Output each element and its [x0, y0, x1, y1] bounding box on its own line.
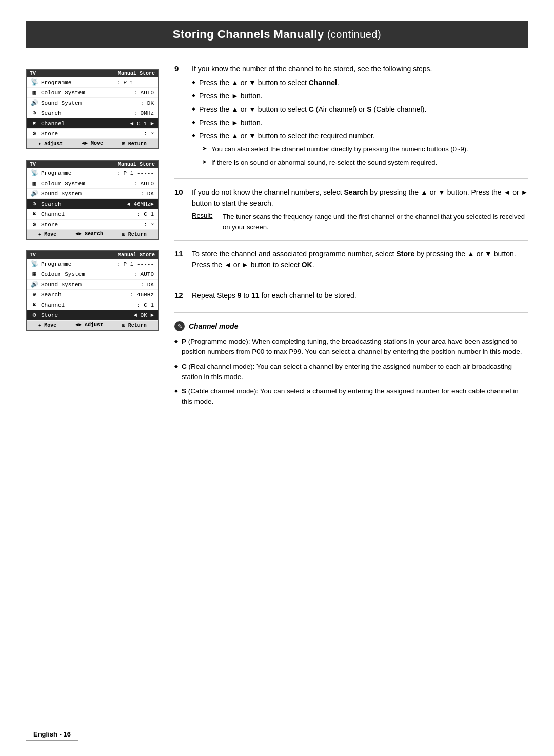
tip-block-2: If there is on sound or abnormal sound, … [192, 157, 528, 168]
channel-icon: ✖ [29, 210, 40, 218]
list-item: Press the ► button. [192, 91, 528, 102]
note-icon: ✎ [174, 321, 185, 331]
result-label: Result: [192, 212, 217, 232]
step-10: 10 If you do not know the channel number… [174, 187, 528, 241]
tv-menu-1-footer: ✦ Adjust ◄► Move ⊞ Return [27, 139, 158, 148]
tv-menu-row: ⚙ Store : ? [27, 129, 158, 139]
tv-menu-3-footer: ✦ Move ◄► Adjust ⊞ Return [27, 321, 158, 330]
tv-menu-2-header: TV Manual Store [27, 161, 158, 168]
step-number: 9 [174, 64, 187, 170]
tv-menu-row-highlighted: ✖ Channel ◄ C 1 ► [27, 118, 158, 129]
step-number: 11 [174, 249, 187, 273]
tv-menu-row: ✖ Channel : C 1 [27, 300, 158, 310]
channel-mode-title-text: Channel mode [189, 322, 238, 330]
page-footer: English - 16 [26, 728, 78, 741]
tv-menu-row-highlighted: ⚙ Store ◄ OK ► [27, 310, 158, 321]
tv-menu-1-body: 📡 Programme : P 1 ----- ▦ Colour System … [27, 77, 158, 139]
tv-menu-row: ⊕ Search : 46MHz [27, 290, 158, 300]
step-content: Repeat Steps 9 to 11 for each channel to… [192, 290, 528, 304]
step-9: 9 If you know the number of the channel … [174, 64, 528, 179]
result-text: The tuner scans the frequency range unti… [223, 212, 528, 232]
tv-menu-column: TV Manual Store 📡 Programme : P 1 ----- … [26, 64, 159, 331]
title-text: Storing Channels Manually [173, 28, 324, 41]
colour-icon: ▦ [29, 89, 40, 96]
tv-menu-row: ✖ Channel : C 1 [27, 209, 158, 220]
list-item: S (Cable channel mode): You can select a… [174, 386, 528, 407]
step-intro: To store the channel and associated prog… [192, 249, 528, 270]
tv-menu-row: 🔊 Sound System : DK [27, 280, 158, 290]
title-suffix: (continued) [324, 29, 382, 40]
search-icon: ⊕ [29, 109, 40, 117]
step-number: 10 [174, 187, 187, 232]
colour-icon: ▦ [29, 180, 40, 187]
sound-icon: 🔊 [29, 99, 40, 107]
tv-menu-row-highlighted: ⊕ Search ◄ 46MHz► [27, 199, 158, 209]
step-content: If you do not know the channel numbers, … [192, 187, 528, 232]
sound-icon: 🔊 [29, 190, 40, 197]
search-icon: ⊕ [29, 200, 40, 208]
colour-icon: ▦ [29, 270, 40, 278]
step-content: To store the channel and associated prog… [192, 249, 528, 273]
tv-menu-1-header: TV Manual Store [27, 70, 158, 77]
step-number: 12 [174, 290, 187, 304]
tv-menu-row: ▦ Colour System : AUTO [27, 88, 158, 98]
tv-menu-row: ⚙ Store : ? [27, 220, 158, 230]
tv-menu-2-footer: ✦ Move ◄► Search ⊞ Return [27, 230, 158, 239]
list-item: Press the ▲ or ▼ button to select Channe… [192, 77, 528, 88]
main-content: TV Manual Store 📡 Programme : P 1 ----- … [26, 64, 528, 415]
sound-icon: 🔊 [29, 281, 40, 288]
tv-menu-2: TV Manual Store 📡 Programme : P 1 ----- … [26, 160, 159, 240]
list-item: P (Programme mode): When completing tuni… [174, 336, 528, 357]
instructions-column: 9 If you know the number of the channel … [174, 64, 528, 415]
antenna-icon: 📡 [29, 169, 40, 177]
tip-text-2: If there is on sound or abnormal sound, … [202, 157, 528, 168]
step-content: If you know the number of the channel to… [192, 64, 528, 170]
tv-menu-row: 📡 Programme : P 1 ----- [27, 259, 158, 269]
channel-mode-title: ✎ Channel mode [174, 321, 528, 331]
channel-mode-list: P (Programme mode): When completing tuni… [174, 336, 528, 407]
tv-menu-row: 📡 Programme : P 1 ----- [27, 168, 158, 178]
tv-menu-row: 📡 Programme : P 1 ----- [27, 77, 158, 88]
step-12: 12 Repeat Steps 9 to 11 for each channel… [174, 290, 528, 313]
antenna-icon: 📡 [29, 78, 40, 86]
step-intro: If you do not know the channel numbers, … [192, 187, 528, 209]
page: Storing Channels Manually (continued) TV… [0, 0, 554, 756]
tv-menu-row: ▦ Colour System : AUTO [27, 269, 158, 280]
channel-icon: ✖ [29, 120, 40, 127]
tip-text: You can also select the channel number d… [202, 144, 528, 154]
store-icon: ⚙ [29, 221, 40, 228]
tip-block: You can also select the channel number d… [192, 144, 528, 154]
list-item: Press the ▲ or ▼ button to select C (Air… [192, 104, 528, 115]
channel-mode-box: ✎ Channel mode P (Programme mode): When … [174, 321, 528, 407]
list-item: Press the ▲ or ▼ button to select the re… [192, 131, 528, 142]
store-icon: ⚙ [29, 130, 40, 137]
tv-menu-3-body: 📡 Programme : P 1 ----- ▦ Colour System … [27, 259, 158, 321]
channel-icon: ✖ [29, 301, 40, 309]
result-row: Result: The tuner scans the frequency ra… [192, 212, 528, 232]
tv-menu-2-body: 📡 Programme : P 1 ----- ▦ Colour System … [27, 168, 158, 230]
tv-menu-1: TV Manual Store 📡 Programme : P 1 ----- … [26, 69, 159, 149]
tv-menu-row: 🔊 Sound System : DK [27, 189, 158, 199]
search-icon: ⊕ [29, 291, 40, 299]
list-item: C (Real channel mode): You can select a … [174, 362, 528, 383]
tv-menu-row: 🔊 Sound System : DK [27, 98, 158, 108]
list-item: Press the ► button. [192, 117, 528, 128]
step-intro: If you know the number of the channel to… [192, 64, 528, 74]
antenna-icon: 📡 [29, 260, 40, 268]
step-11: 11 To store the channel and associated p… [174, 249, 528, 282]
tv-menu-row: ⊕ Search : 0MHz [27, 108, 158, 118]
tv-menu-3-header: TV Manual Store [27, 251, 158, 259]
page-title: Storing Channels Manually (continued) [26, 21, 528, 48]
store-icon: ⚙ [29, 311, 40, 319]
step-bullet-list: Press the ▲ or ▼ button to select Channe… [192, 77, 528, 142]
tv-menu-3: TV Manual Store 📡 Programme : P 1 ----- … [26, 250, 159, 331]
step-intro: Repeat Steps 9 to 11 for each channel to… [192, 290, 528, 301]
tv-menu-row: ▦ Colour System : AUTO [27, 178, 158, 189]
footer-text: English - 16 [33, 730, 71, 738]
